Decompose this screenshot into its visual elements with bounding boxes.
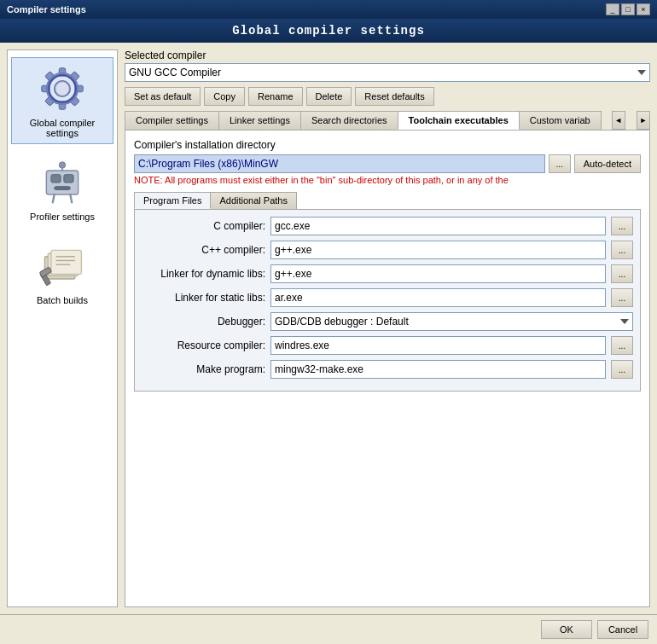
resource-compiler-label: Resource compiler: bbox=[142, 339, 265, 351]
form-row-resource-compiler: Resource compiler: ... bbox=[142, 336, 633, 355]
selected-compiler-section: Selected compiler GNU GCC Compiler bbox=[125, 49, 650, 82]
batch-icon bbox=[37, 241, 88, 292]
form-row-c-compiler: C compiler: ... bbox=[142, 217, 633, 235]
cancel-button[interactable]: Cancel bbox=[597, 620, 648, 639]
maximize-btn[interactable]: □ bbox=[621, 3, 635, 15]
install-dir-note: NOTE: All programs must exist either in … bbox=[134, 175, 641, 185]
compiler-select-row: GNU GCC Compiler bbox=[125, 63, 650, 82]
c-compiler-input[interactable] bbox=[270, 217, 606, 235]
debugger-select[interactable]: GDB/CDB debugger : Default bbox=[270, 312, 633, 331]
inner-panel: C compiler: ... C++ compiler: ... bbox=[134, 209, 641, 392]
linker-dynamic-browse[interactable]: ... bbox=[611, 264, 633, 283]
title-bar: Compiler settings _ □ × bbox=[0, 0, 657, 19]
title-bar-text: Compiler settings bbox=[7, 4, 86, 15]
delete-button[interactable]: Delete bbox=[306, 87, 352, 106]
reset-defaults-button[interactable]: Reset defaults bbox=[355, 87, 433, 106]
sub-tab-additional-paths[interactable]: Additional Paths bbox=[210, 192, 297, 209]
make-program-browse[interactable]: ... bbox=[611, 360, 633, 379]
main-tabs-section: Compiler settings Linker settings Search… bbox=[125, 111, 650, 607]
sub-tabs: Program Files Additional Paths bbox=[134, 192, 641, 209]
make-program-input[interactable] bbox=[270, 360, 606, 379]
svg-rect-14 bbox=[64, 175, 73, 183]
compiler-dropdown[interactable]: GNU GCC Compiler bbox=[125, 63, 650, 82]
tab-nav-next[interactable]: ► bbox=[637, 111, 650, 130]
copy-button[interactable]: Copy bbox=[204, 87, 245, 106]
main-window: Global compiler settings bbox=[0, 19, 657, 644]
compiler-btn-row: Set as default Copy Rename Delete Reset … bbox=[125, 87, 650, 106]
rename-button[interactable]: Rename bbox=[248, 87, 303, 106]
form-row-debugger: Debugger: GDB/CDB debugger : Default bbox=[142, 312, 633, 331]
bottom-bar: OK Cancel bbox=[0, 614, 657, 644]
svg-line-19 bbox=[70, 194, 72, 202]
svg-point-10 bbox=[56, 83, 69, 96]
nav-label-global-compiler: Global compilersettings bbox=[30, 118, 95, 138]
tab-custom-variables[interactable]: Custom variab bbox=[519, 111, 602, 130]
sub-tab-program-files[interactable]: Program Files bbox=[134, 192, 211, 209]
linker-dynamic-input[interactable] bbox=[270, 264, 606, 283]
install-dir-browse-btn[interactable]: ... bbox=[549, 154, 571, 173]
cpp-compiler-input[interactable] bbox=[270, 241, 606, 259]
close-btn[interactable]: × bbox=[637, 3, 650, 15]
main-tabs-container: Compiler settings Linker settings Search… bbox=[125, 111, 650, 131]
auto-detect-btn[interactable]: Auto-detect bbox=[574, 154, 641, 173]
tab-compiler-settings[interactable]: Compiler settings bbox=[125, 111, 219, 130]
linker-dynamic-label: Linker for dynamic libs: bbox=[142, 268, 265, 280]
resource-compiler-browse[interactable]: ... bbox=[611, 336, 633, 355]
title-bar-controls: _ □ × bbox=[606, 3, 650, 15]
form-row-cpp-compiler: C++ compiler: ... bbox=[142, 241, 633, 259]
cpp-compiler-browse[interactable]: ... bbox=[611, 241, 633, 259]
tab-panel-toolchain: Compiler's installation directory ... Au… bbox=[125, 131, 650, 607]
svg-point-17 bbox=[59, 162, 65, 168]
svg-line-18 bbox=[53, 194, 55, 202]
form-row-make-program: Make program: ... bbox=[142, 360, 633, 379]
install-dir-row: ... Auto-detect bbox=[134, 154, 641, 173]
minimize-btn[interactable]: _ bbox=[606, 3, 619, 15]
window-title: Global compiler settings bbox=[0, 19, 657, 43]
selected-compiler-label: Selected compiler bbox=[125, 49, 650, 61]
right-panel: Selected compiler GNU GCC Compiler Set a… bbox=[125, 49, 650, 607]
tab-toolchain-executables[interactable]: Toolchain executables bbox=[398, 111, 520, 130]
nav-item-global-compiler[interactable]: Global compilersettings bbox=[11, 57, 113, 144]
nav-item-batch-builds[interactable]: Batch builds bbox=[11, 235, 113, 311]
tab-search-directories[interactable]: Search directories bbox=[300, 111, 398, 130]
svg-rect-15 bbox=[55, 187, 71, 190]
nav-label-profiler: Profiler settings bbox=[30, 212, 95, 222]
nav-item-profiler[interactable]: Profiler settings bbox=[11, 151, 113, 228]
svg-rect-13 bbox=[51, 175, 61, 183]
form-row-linker-static: Linker for static libs: ... bbox=[142, 288, 633, 307]
tab-nav-prev[interactable]: ◄ bbox=[612, 111, 625, 130]
ok-button[interactable]: OK bbox=[541, 620, 592, 639]
install-dir-section: Compiler's installation directory ... Au… bbox=[134, 139, 641, 185]
left-panel: Global compilersettings bbox=[7, 49, 118, 607]
linker-static-label: Linker for static libs: bbox=[142, 292, 265, 304]
form-row-linker-dynamic: Linker for dynamic libs: ... bbox=[142, 264, 633, 283]
linker-static-input[interactable] bbox=[270, 288, 606, 307]
content-area: Global compilersettings bbox=[0, 43, 657, 614]
make-program-label: Make program: bbox=[142, 363, 265, 375]
tab-linker-settings[interactable]: Linker settings bbox=[218, 111, 301, 130]
cpp-compiler-label: C++ compiler: bbox=[142, 244, 265, 256]
debugger-label: Debugger: bbox=[142, 316, 265, 328]
svg-rect-12 bbox=[46, 171, 78, 194]
set-default-button[interactable]: Set as default bbox=[125, 87, 201, 106]
resource-compiler-input[interactable] bbox=[270, 336, 606, 355]
nav-label-batch-builds: Batch builds bbox=[37, 295, 88, 305]
c-compiler-label: C compiler: bbox=[142, 220, 265, 232]
install-dir-input[interactable] bbox=[134, 154, 545, 173]
linker-static-browse[interactable]: ... bbox=[611, 288, 633, 307]
gear-icon bbox=[37, 63, 88, 114]
profiler-icon bbox=[37, 157, 88, 208]
svg-rect-22 bbox=[51, 250, 81, 274]
c-compiler-browse[interactable]: ... bbox=[611, 217, 633, 235]
install-dir-label: Compiler's installation directory bbox=[134, 139, 641, 151]
